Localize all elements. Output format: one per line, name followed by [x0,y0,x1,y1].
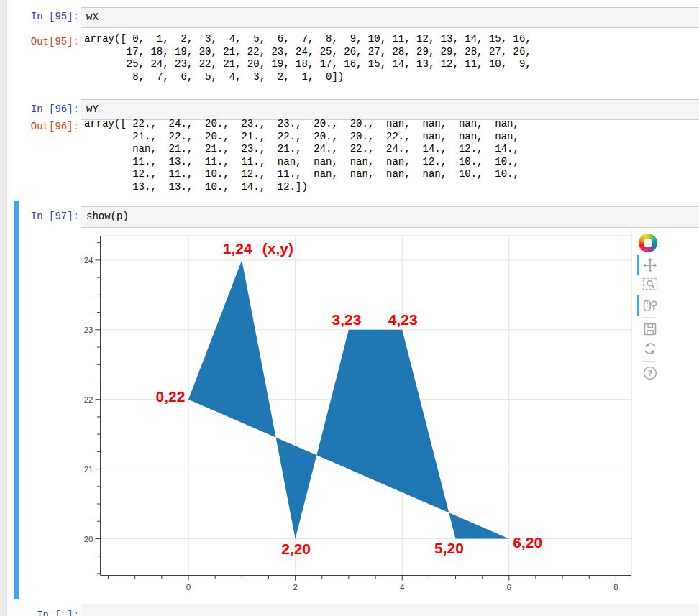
output-prompt: Out[96]: [14,121,79,132]
wheel-zoom-icon [642,298,658,313]
vertex-annotation: 2,20 [281,541,311,557]
pan-tool-button[interactable] [642,257,658,273]
help-tool-button[interactable]: ? [642,365,658,381]
reset-refresh-icon[interactable] [642,341,658,357]
code-source: show(p) [81,207,699,224]
code-source: wY [81,100,699,116]
save-tool-button[interactable] [642,321,658,337]
output-prompt: Out[95]: [14,36,79,47]
svg-text:2: 2 [293,583,297,592]
svg-text:22: 22 [84,395,93,404]
floppy-disk-icon [642,321,658,337]
vertex-annotation: (x,y) [262,240,293,257]
bokeh-plot[interactable]: 02468 2021222324 1,24(x,y)0,223,234,232,… [72,230,640,597]
bokeh-toolbar: ? [636,232,662,390]
toolbar-divider [642,317,655,318]
code-input[interactable]: wY [81,99,699,120]
svg-text:20: 20 [84,535,93,543]
box-zoom-tool-button[interactable] [642,276,658,292]
svg-text:0: 0 [186,583,191,592]
vertex-annotation: 3,23 [332,311,361,328]
svg-text:24: 24 [84,256,93,265]
output-text: array([ 22., 24., 20., 23., 23., 20., 20… [84,118,519,193]
vertex-annotation: 6,20 [513,534,542,551]
input-prompt: In [95]: [14,11,79,22]
code-input[interactable]: show(p) [81,206,699,228]
input-prompt: In [ ]: [14,610,79,616]
input-prompt: In [96]: [14,104,79,115]
bokeh-logo[interactable] [639,234,657,252]
code-input[interactable]: wX [81,7,699,28]
toolbar-divider [642,361,655,362]
svg-text:4: 4 [400,583,405,592]
box-zoom-icon [642,276,658,292]
x-axis: 02468 [101,576,632,592]
svg-text:6: 6 [507,583,511,592]
code-input[interactable] [81,604,699,616]
vertex-annotation: 4,23 [388,311,418,328]
svg-text:8: 8 [613,583,618,592]
wheel-zoom-tool-button[interactable] [642,298,658,313]
selected-cell-indicator [14,201,19,599]
code-source [81,604,699,608]
y-axis: 2021222324 [84,236,101,576]
code-source: wX [81,8,699,24]
svg-text:23: 23 [84,326,93,334]
vertex-annotation: 1,24 [223,240,252,257]
output-text: array([ 0, 1, 2, 3, 4, 5, 6, 7, 8, 9, 10… [84,33,531,83]
svg-text:21: 21 [84,465,93,474]
question-mark-glyph: ? [647,369,652,377]
vertex-annotation: 0,22 [156,388,186,405]
input-prompt: In [97]: [14,211,79,222]
notebook-left-gutter [0,0,7,616]
vertex-annotation: 5,20 [434,540,464,556]
move-arrows-icon [642,257,658,273]
toolbar-divider [642,295,655,295]
